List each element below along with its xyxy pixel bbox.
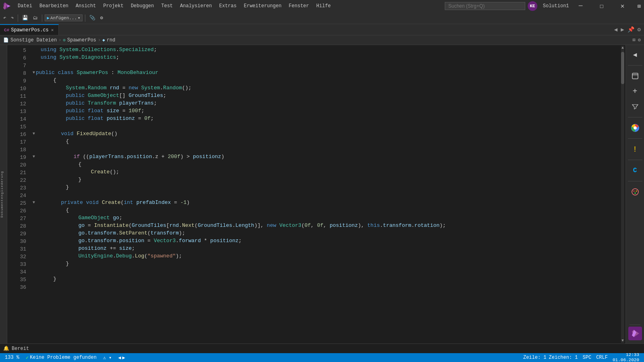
sidebar-collapse-button[interactable]: ◀ <box>629 48 642 61</box>
encoding-control[interactable]: SPC <box>581 355 593 360</box>
menu-ansicht[interactable]: Ansicht <box>72 2 99 10</box>
line-num-18: 18 <box>7 146 26 154</box>
tab-close-button[interactable]: ✕ <box>50 27 55 33</box>
menu-debuggen[interactable]: Debuggen <box>128 2 157 10</box>
collapse-16[interactable]: ▼ <box>33 130 35 138</box>
vertical-scrollbar[interactable]: ▲ ▼ <box>620 45 625 343</box>
svg-point-3 <box>634 126 637 130</box>
scrollbar-thumb[interactable] <box>621 52 624 84</box>
save-button[interactable]: 💾 <box>21 14 30 22</box>
breadcrumb-middle[interactable]: SpawnerPos <box>67 37 96 43</box>
code-line-9: { <box>29 76 620 84</box>
line-num-26: 26 <box>7 207 26 215</box>
menu-fenster[interactable]: Fenster <box>285 2 312 10</box>
line-ending-control[interactable]: CRLF <box>594 355 609 360</box>
breadcrumb-left[interactable]: Sonstige Dateien <box>10 37 57 43</box>
bell-icon: 🔔 <box>3 346 9 352</box>
solution-name: Solution1 <box>543 3 569 9</box>
palette-icon-button[interactable] <box>629 185 642 198</box>
add-sidebar-button[interactable]: + <box>629 85 642 98</box>
scroll-up-button[interactable]: ▲ <box>620 45 625 51</box>
expand-all-icon[interactable]: ⊞ <box>633 37 636 43</box>
collapse-25[interactable]: ▼ <box>33 199 35 206</box>
collapse-8[interactable]: ▼ <box>33 69 35 76</box>
settings-button[interactable]: ⚙ <box>99 14 105 22</box>
scroll-indicator[interactable]: ◀ ▶ <box>117 355 127 361</box>
right-sidebar: ◀ + ! C <box>625 45 644 343</box>
zoom-control[interactable]: 133 % <box>3 355 21 360</box>
line-num-31: 31 <box>7 245 26 253</box>
warning-icon-button[interactable]: ! <box>629 143 642 156</box>
line-num-16: 16 <box>7 131 26 138</box>
filter-sidebar-button[interactable] <box>629 100 642 113</box>
menu-extras[interactable]: Extras <box>216 2 240 10</box>
line-num-30: 30 <box>7 238 26 245</box>
tab-bar: C# SpawnerPos.cs ✕ ◀ ▶ 📌 ⚙ <box>0 24 644 35</box>
menu-projekt[interactable]: Projekt <box>100 2 126 10</box>
code-line-8: ▼ public class SpawnerPos : MonoBehaviou… <box>29 69 620 76</box>
code-line-17: { <box>29 138 620 145</box>
code-line-5: using System.Collections.Specialized; <box>29 46 620 53</box>
search-input[interactable] <box>445 2 525 10</box>
maximize-button[interactable]: ☐ <box>592 0 611 12</box>
collapse-19[interactable]: ▼ <box>33 153 35 160</box>
save-all-button[interactable]: 🗂 <box>31 14 39 22</box>
code-editor[interactable]: using System.Collections.Specialized; us… <box>29 45 620 343</box>
menu-hilfe[interactable]: Hilfe <box>313 2 334 10</box>
line-num-13: 13 <box>7 108 26 115</box>
settings-icon[interactable]: ⚙ <box>638 37 641 43</box>
code-line-28: go = Instantiate(GroundTiles[rnd.Next(Gr… <box>29 222 620 229</box>
svg-point-7 <box>634 193 636 194</box>
datetime-value: 12:3301.06.2020 <box>613 352 639 362</box>
code-line-13: public float size = 100f; <box>29 107 620 115</box>
code-line-19: ▼ if ((playerTrans.position.z + 200f) > … <box>29 153 620 160</box>
line-num-7: 7 <box>7 62 26 70</box>
menu-analysieren[interactable]: Analysieren <box>177 2 215 10</box>
code-line-15 <box>29 122 620 130</box>
status-text: Keine Probleme gefunden <box>30 355 97 360</box>
sidebar-divider-4 <box>628 160 642 160</box>
c-icon-button[interactable]: C <box>629 164 642 177</box>
svg-point-4 <box>632 189 638 195</box>
code-line-36 <box>29 283 620 290</box>
toolbar: ↶ ↷ 💾 🗂 ▶ Anfügen... ▾ 📎 ⚙ <box>0 12 644 24</box>
breadcrumb-sep-1: › <box>58 37 61 43</box>
menu-erweiterungen[interactable]: Erweiterungen <box>241 2 285 10</box>
tab-spawnerpos[interactable]: C# SpawnerPos.cs ✕ <box>0 24 59 35</box>
menu-datei[interactable]: Datei <box>14 2 35 10</box>
line-num-20: 20 <box>7 161 26 169</box>
chrome-icon-button[interactable] <box>629 121 642 134</box>
line-num-32: 32 <box>7 253 26 261</box>
line-num-15: 15 <box>7 123 26 131</box>
minimize-button[interactable]: ─ <box>572 0 590 12</box>
no-problems-status[interactable]: ✓ Keine Probleme gefunden <box>24 355 98 361</box>
breadcrumb-right[interactable]: rnd <box>107 37 116 43</box>
menu-bearbeiten[interactable]: Bearbeiten <box>36 2 72 10</box>
tab-more[interactable]: ⚙ <box>638 26 641 33</box>
start-dropdown[interactable]: ▶ Anfügen... ▾ <box>45 14 82 21</box>
tab-icon: C# <box>4 28 9 33</box>
line-num-11: 11 <box>7 93 26 100</box>
main-content: Dokumentengliederung 5 6 7 8 9 10 11 12 … <box>0 45 644 343</box>
code-line-12: public Transform playerTrans; <box>29 99 620 107</box>
expand-all-sidebar-button[interactable] <box>629 70 642 82</box>
sidebar-bottom <box>628 323 642 340</box>
menu-test[interactable]: Test <box>158 2 176 10</box>
attach-button[interactable]: 📎 <box>88 14 97 22</box>
redo-button[interactable]: ↷ <box>9 14 15 22</box>
warning-status[interactable]: ⚠ ▾ <box>101 355 114 361</box>
tab-scroll-left[interactable]: ◀ <box>614 26 617 33</box>
line-num-35: 35 <box>7 276 26 284</box>
code-line-34 <box>29 267 620 275</box>
cursor-position[interactable]: Zeile: 1 Zeichen: 1 <box>522 355 580 360</box>
code-line-25: ▼ private void Create(int prefabIndex = … <box>29 199 620 206</box>
code-line-29: go.transform.SetParent(transform); <box>29 229 620 237</box>
tab-pin[interactable]: 📌 <box>627 26 634 33</box>
line-num-14: 14 <box>7 115 26 123</box>
tab-scroll-right[interactable]: ▶ <box>621 26 624 33</box>
scroll-down-button[interactable]: ▼ <box>620 338 625 343</box>
line-num-22: 22 <box>7 177 26 184</box>
vs-sidebar-button[interactable] <box>628 327 642 340</box>
close-button[interactable]: ✕ <box>613 0 632 12</box>
undo-button[interactable]: ↶ <box>2 14 8 22</box>
